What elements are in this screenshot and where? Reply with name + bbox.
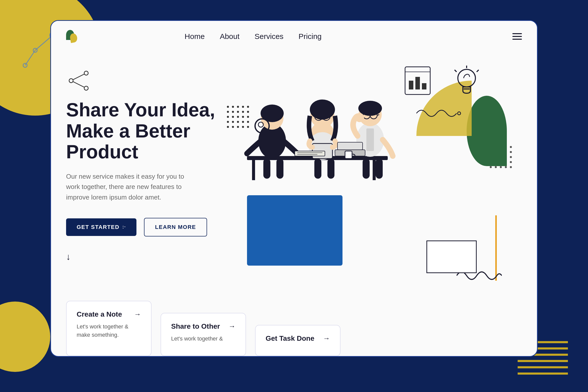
svg-rect-66 — [295, 151, 325, 156]
hero-illustration — [217, 61, 522, 301]
feature-card-share-to-other: Share to Other → Let's work together & — [161, 313, 246, 356]
nav-link-about[interactable]: About — [220, 32, 239, 40]
svg-point-30 — [458, 112, 461, 115]
feature-card-create-note-arrow[interactable]: → — [134, 310, 141, 318]
get-started-icon: :· — [122, 224, 126, 230]
svg-point-54 — [358, 101, 382, 116]
svg-rect-68 — [297, 154, 317, 155]
nav-link-home[interactable]: Home — [185, 32, 205, 40]
svg-rect-33 — [373, 160, 376, 180]
feature-card-task-title: Get Task Done → — [266, 334, 330, 342]
svg-rect-32 — [252, 160, 255, 180]
feature-card-task-arrow[interactable]: → — [323, 334, 330, 342]
svg-rect-67 — [297, 152, 322, 153]
feature-card-create-note-label: Create a Note — [77, 310, 122, 318]
hero-left-column: Share Your Idea, Make a Better Product O… — [66, 61, 217, 301]
bottom-cards-row: Create a Note → Let's work together & ma… — [51, 301, 537, 356]
bg-yellow-bottom-circle — [0, 302, 50, 372]
svg-rect-62 — [337, 142, 363, 150]
svg-rect-50 — [327, 159, 334, 179]
svg-line-3 — [25, 50, 35, 65]
get-started-label: GET STARTED — [77, 224, 119, 230]
svg-rect-63 — [363, 159, 370, 179]
feature-card-share-title: Share to Other → — [171, 322, 235, 330]
svg-rect-38 — [276, 159, 283, 179]
svg-point-27 — [255, 119, 269, 133]
svg-rect-26 — [422, 83, 426, 89]
svg-point-12 — [69, 79, 73, 83]
deco-share-icon — [66, 71, 91, 91]
main-content: Share Your Idea, Make a Better Product O… — [51, 51, 537, 301]
chart-icon — [404, 66, 431, 96]
svg-rect-37 — [263, 159, 270, 179]
scroll-down-arrow[interactable]: ↓ — [66, 252, 217, 262]
feature-card-get-task-done: Get Task Done → — [255, 325, 340, 356]
svg-point-29 — [258, 122, 263, 127]
hamburger-line-3 — [512, 39, 522, 40]
feature-card-share-arrow[interactable]: → — [228, 322, 235, 330]
nav-item-about[interactable]: About — [220, 32, 239, 41]
feature-card-share-desc: Let's work together & — [171, 334, 235, 343]
svg-point-13 — [84, 71, 88, 75]
nav-links: Home About Services Pricing — [185, 32, 322, 41]
feature-card-create-note-desc: Let's work together & make something. — [77, 322, 141, 339]
hamburger-menu-button[interactable] — [512, 33, 522, 40]
svg-rect-25 — [415, 77, 420, 89]
illus-floating-rectangle — [426, 240, 477, 273]
feature-card-create-note-title: Create a Note → — [77, 310, 141, 318]
logo[interactable] — [66, 30, 79, 43]
svg-line-20 — [455, 70, 457, 72]
illus-blue-rectangle — [247, 195, 342, 266]
svg-line-16 — [73, 82, 84, 87]
hamburger-line-2 — [512, 36, 522, 37]
learn-more-label: LEARN MORE — [155, 224, 196, 230]
hero-title-line2: Make a Better Product — [66, 120, 190, 163]
svg-line-15 — [73, 74, 84, 80]
svg-point-17 — [458, 69, 475, 87]
nav-link-pricing[interactable]: Pricing — [299, 32, 322, 40]
svg-rect-52 — [366, 128, 374, 151]
nav-item-pricing[interactable]: Pricing — [299, 32, 322, 41]
svg-line-21 — [477, 70, 479, 72]
squiggle-deco — [416, 106, 462, 121]
feature-card-share-label: Share to Other — [171, 322, 220, 330]
illus-green-leaf — [467, 96, 507, 166]
learn-more-button[interactable]: LEARN MORE — [144, 218, 207, 236]
magnifier-icon — [252, 116, 277, 141]
feature-card-create-note: Create a Note → Let's work together & ma… — [66, 301, 152, 356]
nav-item-services[interactable]: Services — [255, 32, 283, 41]
nav-link-services[interactable]: Services — [255, 32, 283, 40]
hamburger-line-1 — [512, 33, 522, 34]
svg-point-14 — [84, 86, 88, 90]
navbar: Home About Services Pricing — [51, 21, 537, 51]
svg-rect-64 — [376, 159, 383, 179]
main-card: Home About Services Pricing — [50, 20, 538, 357]
illustration-container — [227, 56, 522, 301]
svg-rect-24 — [409, 81, 413, 89]
hero-title: Share Your Idea, Make a Better Product — [66, 99, 217, 162]
svg-rect-65 — [345, 151, 352, 159]
hero-description: Our new service makes it easy for you to… — [66, 171, 187, 203]
hero-title-line1: Share Your Idea, — [66, 99, 215, 120]
lightbulb-icon — [452, 66, 482, 101]
get-started-button[interactable]: GET STARTED :· — [66, 218, 136, 236]
svg-rect-49 — [314, 159, 321, 179]
svg-line-28 — [268, 131, 275, 138]
nav-item-home[interactable]: Home — [185, 32, 205, 41]
hero-buttons: GET STARTED :· LEARN MORE — [66, 218, 217, 236]
svg-point-60 — [355, 113, 364, 122]
feature-card-task-label: Get Task Done — [266, 334, 314, 342]
